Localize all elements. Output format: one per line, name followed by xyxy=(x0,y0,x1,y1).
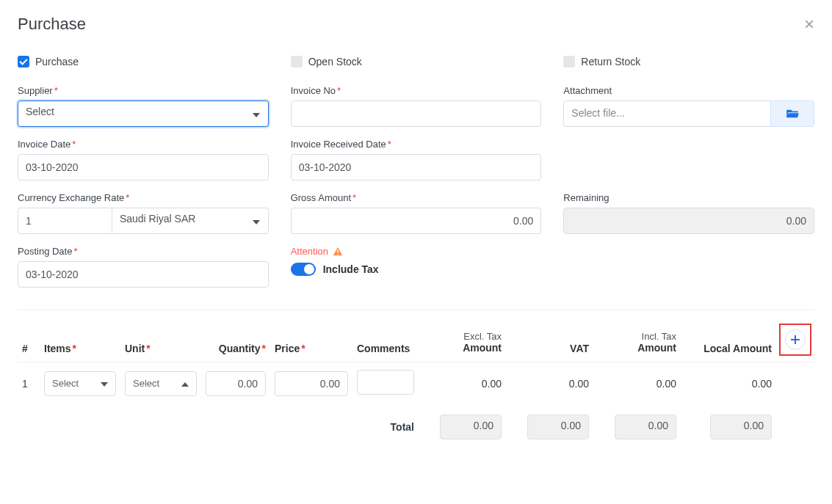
col-excl-amount: Excl. Tax Amount xyxy=(419,318,506,362)
row-item-select[interactable]: Select xyxy=(44,371,116,396)
col-items: Items* xyxy=(40,318,120,362)
plus-icon xyxy=(790,335,800,345)
col-comments: Comments xyxy=(352,318,419,362)
gross-amount-label: Gross Amount* xyxy=(291,192,542,203)
col-unit: Unit* xyxy=(120,318,201,362)
total-label: Total xyxy=(352,404,419,447)
purchase-check-label: Purchase xyxy=(35,56,79,67)
total-incl: 0.00 xyxy=(615,414,676,439)
col-index: # xyxy=(18,318,40,362)
total-excl: 0.00 xyxy=(440,414,502,439)
row-index: 1 xyxy=(18,362,40,405)
page-title: Purchase xyxy=(18,15,86,34)
invoice-received-date-label: Invoice Received Date* xyxy=(291,139,542,150)
open-stock-check-label: Open Stock xyxy=(308,56,362,67)
return-stock-checkbox[interactable] xyxy=(563,56,575,67)
invoice-no-label: Invoice No* xyxy=(291,85,542,96)
invoice-date-input[interactable] xyxy=(18,154,269,180)
add-row-button[interactable] xyxy=(785,329,806,350)
col-price: Price* xyxy=(270,318,352,362)
row-qty-input[interactable] xyxy=(206,371,266,396)
invoice-no-input[interactable] xyxy=(291,101,542,127)
supplier-label: Supplier* xyxy=(18,85,269,96)
remaining-input xyxy=(563,208,814,234)
gross-amount-input[interactable] xyxy=(291,208,542,234)
col-incl-amount: Incl. Tax Amount xyxy=(593,318,681,362)
close-icon[interactable]: × xyxy=(804,15,814,33)
total-local: 0.00 xyxy=(710,414,772,439)
attachment-input[interactable]: Select file... xyxy=(563,101,770,127)
table-row: 1 Select Select 0.00 0.00 0.00 0.00 xyxy=(18,362,814,405)
purchase-checkbox[interactable] xyxy=(18,56,29,67)
exchange-rate-input[interactable] xyxy=(18,208,112,234)
col-local-amount: Local Amount xyxy=(681,318,776,362)
attachment-label: Attachment xyxy=(563,85,814,96)
row-price-input[interactable] xyxy=(275,371,348,396)
currency-select[interactable]: Saudi Riyal SAR xyxy=(112,208,269,234)
attachment-browse-button[interactable] xyxy=(770,101,814,127)
row-excl-amount: 0.00 xyxy=(419,362,506,405)
supplier-select[interactable]: Select xyxy=(18,101,269,127)
invoice-received-date-input[interactable] xyxy=(291,154,542,180)
return-stock-check-label: Return Stock xyxy=(581,56,640,67)
currency-exchange-label: Currency Exchange Rate* xyxy=(18,192,269,203)
attention-label: Attention xyxy=(291,246,542,257)
row-vat: 0.00 xyxy=(506,362,593,405)
posting-date-input[interactable] xyxy=(18,261,269,288)
include-tax-toggle[interactable] xyxy=(291,263,316,276)
col-vat: VAT xyxy=(506,318,593,362)
row-incl-amount: 0.00 xyxy=(593,362,681,405)
row-comments-input[interactable] xyxy=(357,370,414,395)
row-local-amount: 0.00 xyxy=(681,362,776,405)
chevron-down-icon xyxy=(101,378,108,389)
chevron-up-icon xyxy=(181,378,189,389)
invoice-date-label: Invoice Date* xyxy=(18,139,269,150)
open-stock-checkbox[interactable] xyxy=(291,56,303,67)
remaining-label: Remaining xyxy=(563,192,814,203)
folder-open-icon xyxy=(786,109,799,119)
posting-date-label: Posting Date* xyxy=(18,246,269,257)
row-unit-select[interactable]: Select xyxy=(125,371,197,396)
col-qty: Quantity* xyxy=(201,318,270,362)
total-vat: 0.00 xyxy=(527,414,589,439)
divider xyxy=(18,310,814,310)
warning-icon xyxy=(333,246,343,257)
include-tax-label: Include Tax xyxy=(323,263,379,275)
